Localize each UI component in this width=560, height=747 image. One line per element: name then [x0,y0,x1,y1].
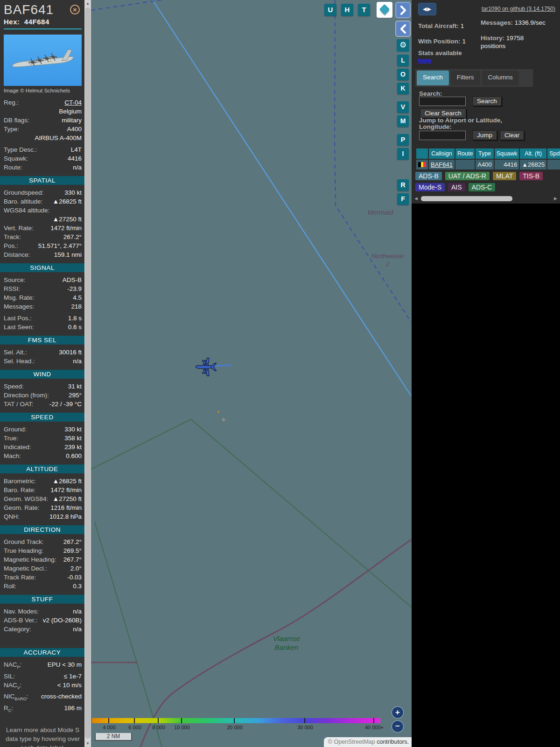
badge-ads-b[interactable]: ADS-B [415,172,442,180]
badge-ads-c[interactable]: ADS-C [469,183,496,191]
detail-label: NACV: [4,681,21,692]
detail-row: Reg.:CT-04 [4,98,82,107]
map-toggle-l[interactable]: L [397,55,409,66]
badge-uat-ads-r[interactable]: UAT / ADS-R [445,172,490,180]
badge-mode-s[interactable]: Mode-S [415,183,445,191]
layers-icon [377,2,392,18]
detail-value: ADS-B [26,275,82,284]
detail-value: 330 kt [27,425,82,434]
table-horizontal-scrollbar[interactable]: ◀ ▶ [414,196,557,202]
detail-row: Geom. WGS84:▲27250 ft [4,494,82,503]
sidebar-collapse-button[interactable]: ◀▶ [418,3,436,15]
version-link[interactable]: tar1090 on github (3.14.1750) [482,6,555,12]
speed-column-header[interactable]: Spd [547,148,560,159]
route-column-header[interactable]: Route [455,148,475,159]
layer-switcher-button[interactable] [377,2,392,18]
map-toggle-p[interactable]: P [397,134,409,146]
map-toggle-o[interactable]: O [397,69,409,80]
legend-tick-label: 4 000 [103,725,116,730]
scroll-up-icon[interactable]: ▲ [84,0,91,7]
section-header-wind: WIND [0,370,84,379]
map-vector-layers [91,0,412,747]
map-toggle-k[interactable]: K [397,83,409,94]
detail-label: Sel. Head.: [4,357,35,366]
legend-tick-label: 10 000 [174,725,190,730]
legend-tick [181,718,182,723]
detail-value: ▲26825 ft [42,197,82,206]
collapse-left-button[interactable] [395,21,411,37]
flag-column-header[interactable] [416,148,428,159]
map-toggle-v[interactable]: V [397,101,409,113]
detail-label: Baro. Rate: [4,486,35,494]
detail-row: NACP:EPU < 30 m [4,660,82,672]
map-toggle-m[interactable]: M [397,115,409,127]
search-button[interactable]: Search [472,96,502,106]
detail-value: 1012.8 hPa [20,512,82,521]
detail-row: Squawk:4416 [4,154,82,163]
callsign-column-header[interactable]: Callsign [429,148,455,159]
stats-available-label: Stats available [418,49,462,56]
map-button-h[interactable]: H [341,4,353,16]
detail-value: 267.7° [56,555,82,564]
stats-here-link[interactable]: here [418,57,432,64]
map-toggle-f[interactable]: F [397,193,409,205]
expand-right-button[interactable] [395,2,411,18]
clear-jump-button[interactable]: Clear [500,130,524,140]
alt-column-header[interactable]: Alt. (ft) [520,148,546,159]
map-toggle-r[interactable]: R [397,179,409,191]
detail-label: Last Pos.: [4,314,32,323]
aircraft-photo[interactable] [4,35,82,86]
right-sidebar: ◀▶ tar1090 on github (3.14.1750) Total A… [412,0,560,747]
map-button-t[interactable]: T [358,4,370,16]
detail-value: -0.03 [36,573,82,582]
hscrollbar-thumb[interactable] [421,196,512,201]
scroll-down-icon[interactable]: ▼ [84,740,91,747]
with-position-stat: With Position: 1 [418,38,466,45]
aircraft-table-header: Callsign Route Type Squawk Alt. (ft) Spd [416,148,560,159]
badge-tis-b[interactable]: TIS-B [519,172,543,180]
detail-row: Speed:31 kt [4,382,82,391]
detail-value: -23.9 [20,284,82,293]
tab-columns[interactable]: Columns [482,70,519,85]
detail-row: ▲27250 ft [4,215,82,224]
detail-row: Indicated:239 kt [4,443,82,451]
close-icon[interactable]: × [70,5,80,14]
search-label: Search: [419,90,442,97]
row-callsign-link[interactable]: BAF641 [431,161,453,168]
detail-value: < 10 m/s [21,681,82,692]
settings-button[interactable]: ⚙ [397,39,409,52]
squawk-column-header[interactable]: Squawk [495,148,519,159]
type-column-header[interactable]: Type [476,148,493,159]
section-header-fms-sel: FMS SEL [0,336,84,345]
osm-attribution-link[interactable]: © OpenStreetMap [328,739,375,745]
aircraft-table: Callsign Route Type Squawk Alt. (ft) Spd… [415,148,560,170]
detail-value: ▲26825 ft [36,477,82,486]
search-input[interactable] [419,97,466,106]
detail-value: 0.6 s [34,323,82,331]
tab-search[interactable]: Search [417,70,449,85]
map-button-u[interactable]: U [324,4,336,16]
aircraft-icon[interactable] [196,358,231,376]
scroll-left-icon[interactable]: ◀ [414,196,418,201]
badge-mlat[interactable]: MLAT [493,172,516,180]
table-row[interactable]: BAF641 A400 4416 ▲26825 [416,160,560,169]
badge-ais[interactable]: AIS [448,183,465,191]
detail-row: WGS84 altitude: [4,206,82,215]
jump-button[interactable]: Jump [472,130,497,140]
zoom-in-button[interactable]: + [392,706,404,719]
map-toggle-i[interactable]: I [397,148,409,160]
scrollbar-thumb[interactable] [85,7,91,739]
tab-filters[interactable]: Filters [451,70,480,85]
detail-row: True:358 kt [4,434,82,443]
detail-row: Track:267.2° [4,233,82,241]
left-panel-scrollbar[interactable]: ▲ ▼ [84,0,91,747]
registration-link[interactable]: CT-04 [19,98,82,107]
jump-input[interactable] [419,131,466,140]
detail-label: Baro. altitude: [4,197,42,206]
scroll-right-icon[interactable]: ▶ [554,196,557,201]
detail-label: Speed: [4,382,24,391]
map-canvas[interactable]: MermaidNorthwester2VlaamseBanken UHT ⚙ L… [91,0,412,747]
zoom-out-button[interactable]: − [392,720,404,733]
detail-row: Source:ADS-B [4,275,82,284]
detail-row: Direction (from):295° [4,391,82,400]
